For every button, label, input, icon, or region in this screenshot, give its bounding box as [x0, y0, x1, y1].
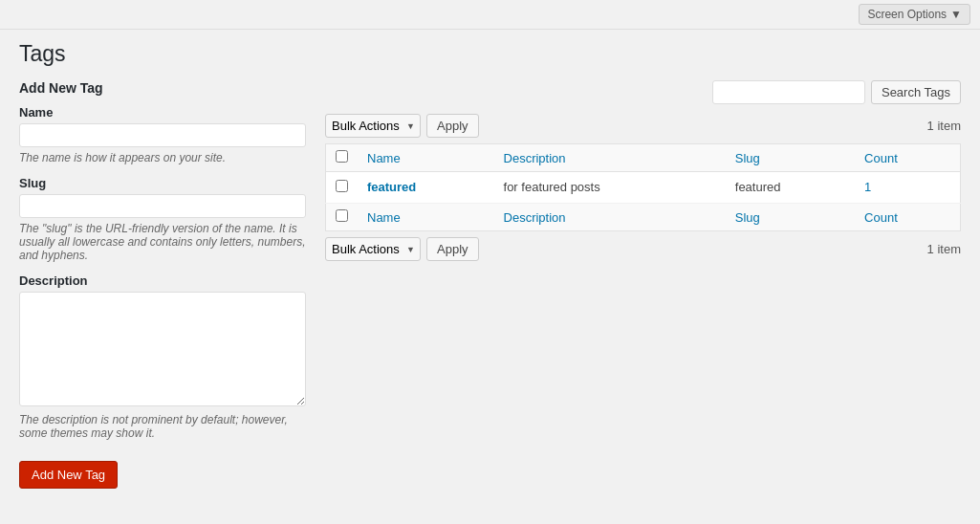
row-count-cell: 1	[855, 172, 960, 204]
top-bulk-row: Bulk Actions Delete Apply 1 item	[325, 114, 961, 138]
search-tags-input[interactable]	[712, 80, 865, 104]
bottom-apply-button[interactable]: Apply	[426, 237, 479, 261]
tfoot-checkbox	[326, 204, 359, 231]
row-checkbox[interactable]	[336, 180, 348, 192]
description-textarea[interactable]	[19, 292, 306, 406]
top-apply-button[interactable]: Apply	[426, 114, 479, 138]
slug-hint: The "slug" is the URL-friendly version o…	[19, 222, 306, 262]
description-field: Description The description is not promi…	[19, 273, 306, 440]
top-bulk-left: Bulk Actions Delete Apply	[325, 114, 479, 138]
screen-options-label: Screen Options	[867, 8, 947, 21]
add-tag-heading: Add New Tag	[19, 80, 306, 96]
th-count[interactable]: Count	[855, 144, 960, 172]
add-tag-panel: Add New Tag Name The name is how it appe…	[19, 80, 306, 489]
slug-label: Slug	[19, 176, 306, 190]
row-count-link[interactable]: 1	[864, 180, 871, 194]
tfoot-name[interactable]: Name	[358, 204, 494, 231]
tags-table: Name Description Slug Count	[325, 143, 961, 231]
row-name-cell: featured	[358, 172, 494, 204]
th-checkbox	[326, 144, 359, 172]
top-item-count: 1 item	[927, 119, 961, 133]
page-container: Tags Add New Tag Name The name is how it…	[0, 30, 980, 524]
tag-table-panel: Search Tags Bulk Actions Delete Apply 1 …	[325, 80, 961, 267]
bottom-bulk-actions-select[interactable]: Bulk Actions Delete	[325, 237, 421, 261]
top-bar: Screen Options ▼	[0, 0, 980, 30]
bottom-bulk-row: Bulk Actions Delete Apply 1 item	[325, 237, 961, 261]
table-footer: Name Description Slug Count	[326, 204, 961, 231]
name-input[interactable]	[19, 123, 306, 147]
main-layout: Add New Tag Name The name is how it appe…	[19, 80, 961, 489]
description-hint: The description is not prominent by defa…	[19, 413, 306, 440]
name-field: Name The name is how it appears on your …	[19, 105, 306, 164]
search-row: Search Tags	[325, 80, 961, 104]
bottom-bulk-left: Bulk Actions Delete Apply	[325, 237, 479, 261]
table-footer-row: Name Description Slug Count	[326, 204, 961, 231]
row-slug: featured	[735, 180, 781, 194]
name-label: Name	[19, 105, 306, 120]
top-bulk-actions-select[interactable]: Bulk Actions Delete	[325, 114, 421, 138]
slug-field: Slug The "slug" is the URL-friendly vers…	[19, 176, 306, 262]
table-header: Name Description Slug Count	[326, 144, 961, 172]
screen-options-button[interactable]: Screen Options ▼	[859, 4, 970, 25]
bottom-item-count: 1 item	[927, 242, 961, 256]
th-name[interactable]: Name	[358, 144, 494, 172]
row-description-cell: for featured posts	[494, 172, 726, 204]
screen-options-chevron-icon: ▼	[950, 8, 962, 21]
select-all-bottom-checkbox[interactable]	[336, 209, 348, 222]
description-label: Description	[19, 273, 306, 288]
tfoot-count[interactable]: Count	[855, 204, 960, 231]
tfoot-slug[interactable]: Slug	[726, 204, 855, 231]
row-checkbox-cell	[326, 172, 359, 204]
page-title: Tags	[19, 41, 961, 67]
tfoot-description[interactable]: Description	[494, 204, 726, 231]
name-hint: The name is how it appears on your site.	[19, 151, 306, 164]
table-header-row: Name Description Slug Count	[326, 144, 961, 172]
add-new-tag-button[interactable]: Add New Tag	[19, 461, 118, 489]
top-bulk-select-wrapper: Bulk Actions Delete	[325, 114, 421, 138]
search-tags-button[interactable]: Search Tags	[871, 80, 961, 104]
row-slug-cell: featured	[726, 172, 855, 204]
table-row: featured for featured posts featured 1	[326, 172, 961, 204]
th-slug[interactable]: Slug	[726, 144, 855, 172]
slug-input[interactable]	[19, 194, 306, 218]
select-all-checkbox[interactable]	[336, 150, 348, 163]
tag-name-link[interactable]: featured	[367, 180, 416, 194]
th-description[interactable]: Description	[494, 144, 726, 172]
table-body: featured for featured posts featured 1	[326, 172, 961, 204]
bottom-bulk-select-wrapper: Bulk Actions Delete	[325, 237, 421, 261]
row-description: for featured posts	[504, 180, 600, 194]
